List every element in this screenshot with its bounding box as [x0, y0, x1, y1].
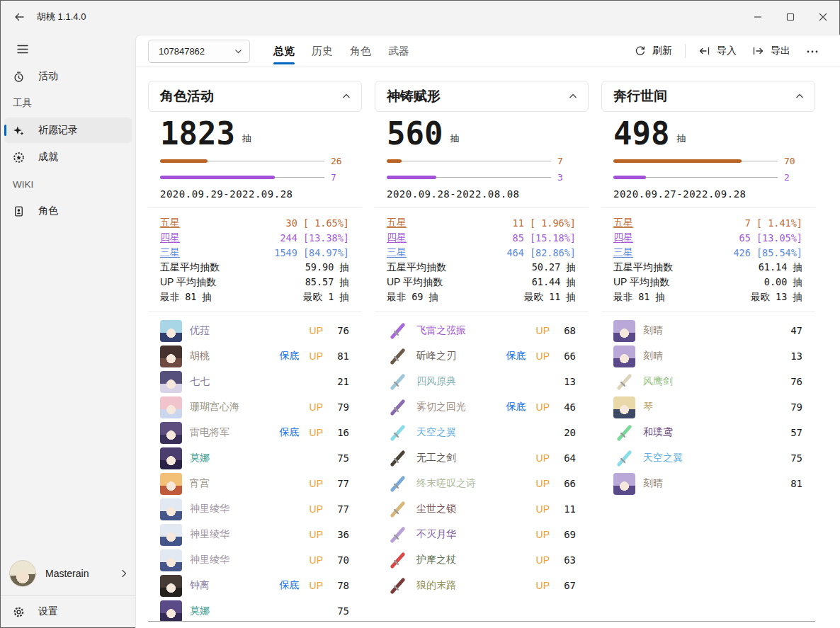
- pity-bar-fill: [387, 176, 436, 179]
- max-pity-text: 最非 81 抽: [613, 291, 665, 304]
- total-pulls-number: 560: [387, 118, 443, 150]
- up-badge: UP: [536, 503, 550, 515]
- pull-count: 16: [334, 427, 349, 438]
- average-value: 50.27 抽: [532, 261, 576, 274]
- character-avatar: [160, 549, 182, 571]
- average-label: UP 平均抽数: [613, 276, 669, 289]
- pity-bars: 73: [387, 156, 576, 182]
- refresh-icon: [635, 45, 646, 57]
- pull-count: 20: [560, 427, 576, 438]
- max-pity-text: 最非 81 抽: [160, 291, 212, 304]
- gacha-item-row: 神里绫华UP36: [160, 522, 349, 547]
- tab-overview[interactable]: 总览: [265, 35, 303, 67]
- banner-header[interactable]: 奔行世间: [601, 81, 815, 112]
- minimize-button[interactable]: [742, 1, 774, 33]
- banner-card: 神铸赋形560抽732020.09.28-2022.08.08五星11 [ 1.…: [375, 81, 589, 621]
- gacha-item-row: 七七21: [160, 369, 349, 394]
- up-badge: UP: [310, 554, 323, 566]
- sidebar-item-activity[interactable]: 活动: [4, 64, 132, 89]
- close-button[interactable]: [807, 1, 839, 33]
- min-pity-text: 最欧 11 抽: [524, 291, 576, 304]
- pity-guarantee-badge: 保底: [280, 426, 300, 439]
- back-icon: [13, 11, 25, 23]
- up-badge: UP: [536, 452, 550, 464]
- pull-count: 81: [334, 350, 349, 362]
- import-button[interactable]: 导入: [691, 40, 744, 62]
- star-count-value: 11 [ 1.96%]: [513, 217, 576, 229]
- pull-count: 64: [560, 452, 576, 464]
- user-account-row[interactable]: Masterain: [1, 552, 135, 595]
- item-name: 刻晴: [643, 350, 787, 362]
- average-stat-row: 五星平均抽数61.14 抽: [613, 260, 802, 275]
- weapon-icon: [387, 371, 409, 393]
- total-pulls-number: 498: [613, 118, 669, 150]
- character-avatar: [160, 524, 182, 546]
- character-avatar: [613, 396, 635, 418]
- sidebar-footer: Masterain 设置: [1, 552, 135, 627]
- average-stat-row: UP 平均抽数0.00 抽: [613, 275, 802, 290]
- tab-history[interactable]: 历史: [303, 35, 341, 67]
- back-button[interactable]: [7, 6, 31, 28]
- total-pulls: 1823抽: [160, 118, 349, 150]
- sidebar-section-tools: 工具: [4, 91, 132, 116]
- star-stat-row: 五星7 [ 1.41%]: [613, 215, 802, 230]
- gacha-item-row: 琴79: [613, 394, 802, 420]
- refresh-button[interactable]: 刷新: [627, 40, 680, 62]
- star-label: 五星: [387, 217, 407, 229]
- gacha-item-row: 雾切之回光保底UP46: [387, 394, 576, 420]
- gacha-item-row: 雷电将军保底UP16: [160, 420, 349, 445]
- up-badge: UP: [310, 529, 323, 540]
- item-name: 优菈: [190, 324, 310, 337]
- pity-guarantee-badge: 保底: [506, 401, 526, 413]
- sidebar-item-wish-records[interactable]: 祈愿记录: [4, 118, 132, 143]
- weapon-icon: [387, 320, 409, 342]
- user-avatar: [9, 560, 36, 587]
- weapon-icon: [613, 422, 635, 444]
- sidebar-item-characters-wiki[interactable]: 角色: [4, 198, 132, 224]
- item-name: 神里绫华: [190, 528, 310, 541]
- pity-bars: 702: [613, 156, 802, 182]
- item-name: 终末嗟叹之诗: [416, 477, 536, 490]
- tab-character[interactable]: 角色: [341, 35, 380, 67]
- uid-selector[interactable]: 107847862: [148, 40, 250, 63]
- maximize-button[interactable]: [774, 1, 807, 33]
- banner-header[interactable]: 角色活动: [148, 81, 362, 112]
- total-pulls-unit: 抽: [242, 132, 251, 150]
- pity-bar-value: 26: [331, 156, 349, 166]
- nav-menu-button[interactable]: [9, 37, 36, 61]
- weapon-icon: [613, 371, 635, 393]
- gacha-item-row: 狼的末路UP67: [387, 573, 576, 598]
- star-label: 四星: [613, 232, 633, 244]
- export-button[interactable]: 导出: [744, 40, 798, 62]
- character-avatar: [613, 473, 635, 495]
- star-label: 四星: [387, 232, 407, 244]
- character-avatar: [160, 473, 182, 495]
- gacha-page: 107847862 总览 历史 角色 武器 刷新 导入: [135, 35, 840, 628]
- character-avatar: [160, 320, 182, 342]
- pity-bar-value: 3: [557, 172, 576, 183]
- sidebar-item-achievements[interactable]: 成就: [4, 144, 132, 170]
- app-window: 胡桃 1.1.4.0 活动 工具 祈愿记录: [0, 0, 840, 628]
- banner-body: 1823抽2672020.09.29-2022.09.28五星30 [ 1.65…: [148, 112, 362, 621]
- pity-bar-track: [160, 176, 324, 179]
- banner-card: 奔行世间498抽7022020.09.27-2022.09.28五星7 [ 1.…: [601, 81, 815, 621]
- weapon-icon: [387, 498, 409, 520]
- item-name: 七七: [190, 375, 334, 388]
- tab-weapon[interactable]: 武器: [380, 35, 418, 67]
- star-label: 五星: [613, 217, 633, 229]
- character-avatar: [160, 447, 182, 469]
- pity-bar-fill: [613, 159, 742, 163]
- item-name: 无工之剑: [416, 452, 536, 464]
- wish-sparkle-icon: [13, 125, 25, 137]
- pull-count: 66: [560, 350, 576, 362]
- weapon-icon: [387, 422, 409, 444]
- total-pulls-unit: 抽: [450, 132, 459, 150]
- pity-bar-fill: [160, 176, 275, 179]
- sidebar-item-settings[interactable]: 设置: [1, 596, 135, 627]
- pull-count: 47: [787, 325, 802, 336]
- banner-header[interactable]: 神铸赋形: [375, 81, 589, 112]
- more-options-button[interactable]: [798, 42, 827, 60]
- item-name: 尘世之锁: [416, 503, 536, 515]
- star-count-value: 30 [ 1.65%]: [286, 217, 349, 229]
- banner-date-range: 2020.09.29-2022.09.28: [160, 188, 349, 200]
